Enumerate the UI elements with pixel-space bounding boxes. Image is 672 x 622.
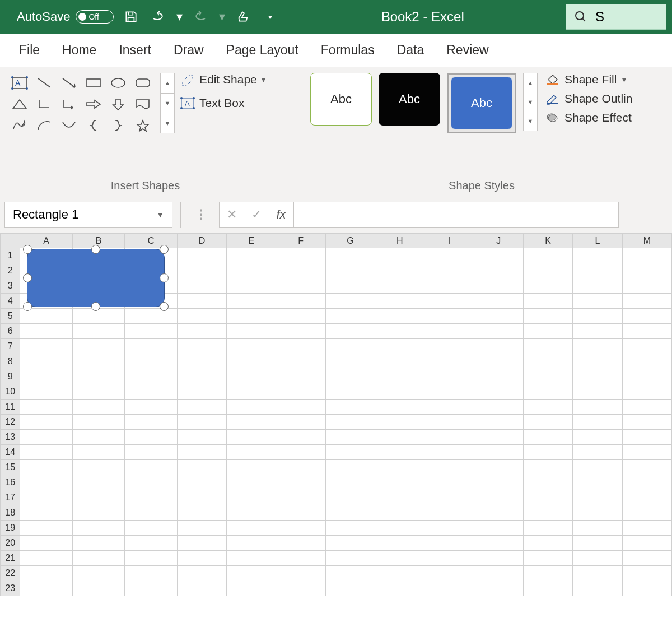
- cell-K3[interactable]: [524, 278, 573, 294]
- cell-G6[interactable]: [325, 324, 375, 339]
- cell-E2[interactable]: [227, 263, 276, 278]
- shape-scribble-icon[interactable]: [8, 115, 31, 136]
- cell-L22[interactable]: [573, 566, 622, 581]
- shape-rectangle-icon[interactable]: [82, 73, 105, 93]
- cell-F3[interactable]: [276, 278, 325, 294]
- cell-L6[interactable]: [573, 324, 622, 339]
- cell-L3[interactable]: [573, 278, 622, 294]
- cell-H3[interactable]: [375, 278, 424, 294]
- row-header-9[interactable]: 9: [1, 369, 20, 384]
- column-header-K[interactable]: K: [524, 234, 573, 248]
- cell-J1[interactable]: [474, 248, 523, 263]
- cell-G21[interactable]: [325, 551, 375, 566]
- cell-A14[interactable]: [20, 445, 73, 460]
- style-preset-2[interactable]: Abc: [379, 73, 440, 126]
- cell-C18[interactable]: [125, 505, 178, 521]
- cell-I18[interactable]: [424, 505, 474, 521]
- cell-M21[interactable]: [622, 551, 671, 566]
- shape-arc-icon[interactable]: [32, 115, 56, 136]
- cell-H14[interactable]: [375, 445, 424, 460]
- cell-B21[interactable]: [72, 551, 125, 566]
- cell-D16[interactable]: [177, 475, 226, 490]
- row-header-10[interactable]: 10: [1, 384, 20, 400]
- cell-M6[interactable]: [622, 324, 671, 339]
- cell-I22[interactable]: [424, 566, 474, 581]
- cell-L14[interactable]: [573, 445, 622, 460]
- cell-B9[interactable]: [72, 369, 125, 384]
- cell-M14[interactable]: [622, 445, 671, 460]
- cell-D15[interactable]: [177, 460, 226, 475]
- cell-A10[interactable]: [20, 384, 73, 400]
- cell-F20[interactable]: [276, 536, 325, 551]
- cell-A17[interactable]: [20, 490, 73, 505]
- cell-L17[interactable]: [573, 490, 622, 505]
- cell-D9[interactable]: [177, 369, 226, 384]
- cell-L2[interactable]: [573, 263, 622, 278]
- cell-F11[interactable]: [276, 400, 325, 415]
- cell-J4[interactable]: [474, 294, 523, 309]
- row-header-7[interactable]: 7: [1, 339, 20, 354]
- tab-file[interactable]: File: [19, 43, 40, 58]
- cell-A21[interactable]: [20, 551, 73, 566]
- cell-A8[interactable]: [20, 354, 73, 369]
- cell-D5[interactable]: [177, 309, 226, 324]
- shape-right-arrow-icon[interactable]: [82, 94, 105, 114]
- cell-K2[interactable]: [524, 263, 573, 278]
- row-header-1[interactable]: 1: [1, 248, 20, 263]
- shape-textbox-icon[interactable]: A: [8, 73, 31, 93]
- cell-F2[interactable]: [276, 263, 325, 278]
- cell-F6[interactable]: [276, 324, 325, 339]
- cell-M3[interactable]: [622, 278, 671, 294]
- column-header-F[interactable]: F: [276, 234, 325, 248]
- cell-C16[interactable]: [125, 475, 178, 490]
- cell-M2[interactable]: [622, 263, 671, 278]
- cell-J14[interactable]: [474, 445, 523, 460]
- cell-J20[interactable]: [474, 536, 523, 551]
- shape-outline-button[interactable]: Shape Outlin: [545, 92, 632, 105]
- cell-K14[interactable]: [524, 445, 573, 460]
- cell-J8[interactable]: [474, 354, 523, 369]
- row-header-18[interactable]: 18: [1, 505, 20, 521]
- row-header-14[interactable]: 14: [1, 445, 20, 460]
- shape-fill-button[interactable]: Shape Fill ▾: [545, 73, 632, 86]
- cell-L15[interactable]: [573, 460, 622, 475]
- row-header-19[interactable]: 19: [1, 521, 20, 536]
- resize-handle-ne[interactable]: [160, 245, 169, 254]
- cell-F10[interactable]: [276, 384, 325, 400]
- cell-C19[interactable]: [125, 521, 178, 536]
- cell-L21[interactable]: [573, 551, 622, 566]
- cell-K9[interactable]: [524, 369, 573, 384]
- cell-G8[interactable]: [325, 354, 375, 369]
- cell-J16[interactable]: [474, 475, 523, 490]
- cell-L12[interactable]: [573, 415, 622, 430]
- cell-G15[interactable]: [325, 460, 375, 475]
- cell-H13[interactable]: [375, 430, 424, 445]
- cell-G22[interactable]: [325, 566, 375, 581]
- cell-D3[interactable]: [177, 278, 226, 294]
- cell-M13[interactable]: [622, 430, 671, 445]
- shape-effects-button[interactable]: Shape Effect: [545, 111, 632, 124]
- scroll-more-icon[interactable]: ▼: [161, 113, 174, 133]
- cell-B16[interactable]: [72, 475, 125, 490]
- cell-A16[interactable]: [20, 475, 73, 490]
- resize-handle-sw[interactable]: [23, 302, 32, 311]
- shape-styles-gallery[interactable]: Abc Abc Abc ▲ ▼ ▼: [310, 73, 538, 133]
- cell-E15[interactable]: [227, 460, 276, 475]
- cell-E1[interactable]: [227, 248, 276, 263]
- undo-dropdown[interactable]: ▾: [175, 7, 183, 26]
- cell-F12[interactable]: [276, 415, 325, 430]
- cell-K13[interactable]: [524, 430, 573, 445]
- cell-C13[interactable]: [125, 430, 178, 445]
- cell-M12[interactable]: [622, 415, 671, 430]
- shape-l-connector-icon[interactable]: [32, 94, 56, 114]
- cell-I8[interactable]: [424, 354, 474, 369]
- resize-handle-s[interactable]: [91, 302, 100, 311]
- resize-handle-e[interactable]: [160, 273, 169, 282]
- cell-G18[interactable]: [325, 505, 375, 521]
- cell-M16[interactable]: [622, 475, 671, 490]
- cell-G3[interactable]: [325, 278, 375, 294]
- cell-E7[interactable]: [227, 339, 276, 354]
- tab-formulas[interactable]: Formulas: [321, 43, 375, 58]
- cell-K16[interactable]: [524, 475, 573, 490]
- cell-K20[interactable]: [524, 536, 573, 551]
